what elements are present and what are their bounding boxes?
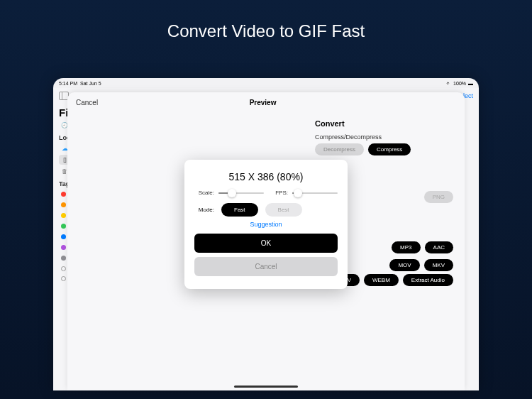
scale-label: Scale: — [194, 190, 214, 196]
decompress-button[interactable]: Decompress — [315, 143, 364, 155]
dot-green-icon — [61, 224, 66, 229]
empty-circle-icon — [61, 266, 66, 271]
suggestion-link[interactable]: Suggestion — [194, 221, 338, 228]
mov-button[interactable]: MOV — [389, 259, 419, 271]
gif-settings-modal: 515 X 386 (80%) Scale: FPS: Mode: Fast B… — [184, 160, 348, 289]
preview-cancel-button[interactable]: Cancel — [76, 99, 98, 106]
compress-sub: Compress/Decompress — [315, 133, 453, 141]
dot-grey-icon — [61, 256, 66, 261]
status-bar: 5:14 PM Sat Jun 5 ᯤ 100% ▬ — [53, 78, 479, 88]
extract-audio-button[interactable]: Extract Audio — [403, 274, 453, 286]
webm-button[interactable]: WEBM — [364, 274, 399, 286]
mode-best-button[interactable]: Best — [265, 203, 302, 217]
fps-slider[interactable] — [292, 192, 338, 194]
mode-label: Mode: — [194, 207, 214, 213]
dot-yellow-icon — [61, 213, 66, 218]
device-frame: 5:14 PM Sat Jun 5 ᯤ 100% ▬ Select File F — [53, 78, 479, 390]
mode-fast-button[interactable]: Fast — [221, 203, 258, 217]
preview-title: Preview — [250, 99, 277, 106]
battery-icon: ▬ — [468, 81, 473, 86]
compress-button[interactable]: Compress — [368, 143, 411, 155]
empty-circle-icon — [61, 276, 66, 281]
cancel-button[interactable]: Cancel — [194, 257, 338, 276]
scale-slider[interactable] — [218, 192, 264, 194]
png-button[interactable]: PNG — [424, 191, 453, 203]
dot-red-icon — [61, 192, 66, 197]
status-time: 5:14 PM Sat Jun 5 — [59, 81, 101, 86]
hero-title: Convert Video to GIF Fast — [0, 0, 532, 41]
dot-orange-icon — [61, 202, 66, 207]
dot-blue-icon — [61, 234, 66, 239]
ok-button[interactable]: OK — [194, 234, 338, 253]
aac-button[interactable]: AAC — [425, 241, 453, 253]
mp3-button[interactable]: MP3 — [392, 241, 420, 253]
mkv-button[interactable]: MKV — [424, 259, 453, 271]
wifi-icon: ᯤ — [446, 81, 451, 86]
battery-percent: 100% — [453, 81, 466, 86]
dot-purple-icon — [61, 245, 66, 250]
fps-label: FPS: — [268, 190, 288, 196]
dimensions-text: 515 X 386 (80%) — [194, 171, 338, 182]
convert-heading: Convert — [315, 119, 453, 128]
home-indicator — [234, 386, 298, 388]
